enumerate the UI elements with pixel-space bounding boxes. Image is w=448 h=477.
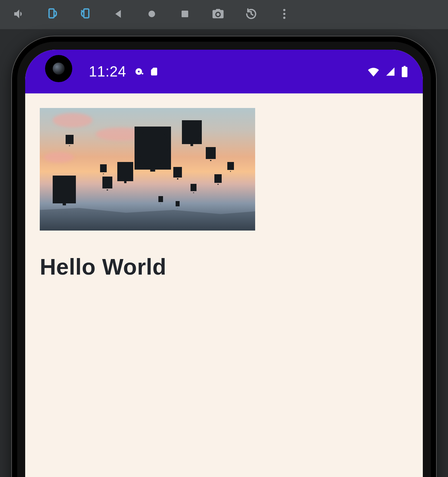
volume-button[interactable] (3, 0, 36, 29)
balloon-icon (66, 135, 74, 144)
status-bar-right (367, 66, 408, 77)
svg-rect-0 (49, 9, 54, 18)
device-screen: 11:24 (25, 50, 423, 477)
svg-point-2 (148, 11, 155, 17)
balloon-icon (135, 127, 171, 170)
balloon-icon (53, 176, 76, 203)
signal-icon (385, 67, 396, 77)
balloon-icon (227, 162, 234, 170)
more-vert-icon (278, 7, 291, 22)
balloon-icon (206, 147, 216, 159)
balloon-icon (182, 120, 202, 144)
hero-image (40, 108, 255, 231)
snapshot-icon (245, 7, 258, 22)
balloon-icon (214, 174, 222, 183)
balloon-icon (117, 162, 133, 181)
camera-punch-hole (45, 55, 72, 82)
disc-icon (134, 67, 144, 77)
camera-icon (211, 7, 225, 22)
balloon-icon (173, 167, 182, 178)
status-bar-left: 11:24 (89, 63, 159, 80)
emulator-toolbar (0, 0, 448, 29)
balloon-icon (191, 184, 196, 191)
wifi-icon (367, 67, 380, 77)
more-button[interactable] (268, 0, 301, 29)
balloon-icon (176, 201, 180, 206)
home-icon (145, 7, 158, 22)
rotate-right-button[interactable] (69, 0, 102, 29)
balloon-icon (102, 177, 112, 188)
status-clock: 11:24 (89, 63, 126, 80)
back-icon (112, 7, 125, 22)
svg-point-4 (283, 9, 286, 11)
balloon-icon (100, 164, 107, 172)
svg-point-9 (141, 73, 143, 75)
device-frame: 11:24 (11, 36, 437, 477)
page-heading: Hello World (40, 254, 408, 280)
battery-icon (401, 66, 408, 77)
svg-point-5 (283, 13, 286, 15)
balloon-icon (158, 196, 163, 202)
home-button[interactable] (135, 0, 168, 29)
svg-point-6 (283, 17, 286, 19)
sd-card-icon (149, 66, 159, 77)
svg-point-8 (138, 71, 140, 73)
snapshot-button[interactable] (235, 0, 268, 29)
android-status-bar: 11:24 (25, 50, 423, 93)
rotate-left-icon (46, 7, 59, 22)
app-content: Hello World (25, 93, 423, 477)
overview-button[interactable] (168, 0, 201, 29)
svg-rect-1 (84, 9, 89, 18)
svg-rect-3 (182, 11, 188, 17)
overview-icon (178, 7, 192, 22)
rotate-left-button[interactable] (36, 0, 69, 29)
back-button[interactable] (102, 0, 135, 29)
emulator-stage: 11:24 (0, 29, 448, 477)
volume-icon (13, 7, 26, 22)
rotate-right-icon (79, 7, 92, 22)
device-bezel: 11:24 (17, 42, 431, 477)
screenshot-button[interactable] (201, 0, 235, 29)
